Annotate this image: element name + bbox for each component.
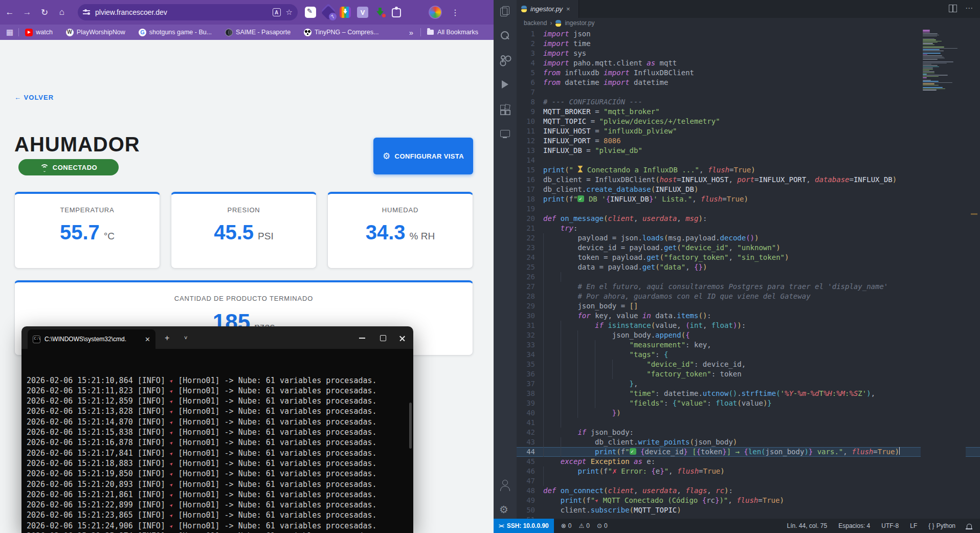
bookmark-item[interactable]: watch (25, 29, 53, 36)
code-line[interactable]: 22payload = json.loads(msg.payload.decod… (517, 233, 980, 243)
code-line[interactable]: 45except Exception as e: (517, 457, 980, 467)
code-line[interactable]: 23device_id = payload.get("device_id", "… (517, 243, 980, 253)
breadcrumbs[interactable]: backend › ingestor.py (517, 18, 980, 28)
code-line[interactable]: 11INFLUX_HOST = "influxdb_plview" (517, 126, 980, 136)
account-icon[interactable] (499, 479, 510, 491)
maximize-button[interactable] (375, 334, 391, 342)
terminal-scrollbar[interactable] (409, 403, 412, 449)
code-line[interactable]: 12INFLUX_PORT = 8086 (517, 136, 980, 146)
code-line[interactable]: 49print(f" MQTT Conectado (Código {rc})"… (517, 496, 980, 505)
ports-indicator[interactable]: ⊙0 (597, 522, 608, 529)
tab-close-icon[interactable]: × (566, 5, 570, 13)
code-line[interactable]: 24token = payload.get("factory_token", "… (517, 253, 980, 262)
extensions-puzzle-icon[interactable] (392, 8, 401, 17)
code-line[interactable]: 17db_client.create_database(INFLUX_DB) (517, 185, 980, 194)
code-editor[interactable]: 1import json2import time3import sys4impo… (517, 28, 980, 519)
reload-button[interactable]: ↻ (37, 5, 52, 20)
code-line[interactable]: 33"measurement": key, (517, 340, 980, 350)
bookmark-item[interactable]: shotguns game - Bu... (139, 29, 212, 36)
split-editor-icon[interactable] (949, 5, 957, 12)
bookmark-item[interactable]: TinyPNG – Compres... (304, 29, 378, 36)
code-line[interactable]: 18print(f" DB '{INFLUX_DB}' Lista.", flu… (517, 194, 980, 204)
site-settings-icon[interactable] (83, 9, 91, 16)
tab-dropdown-icon[interactable]: ˅ (184, 335, 187, 341)
code-line[interactable]: 38"time": datetime.utcnow().strftime('%Y… (517, 389, 980, 398)
bookmark-star-icon[interactable]: ☆ (286, 8, 293, 17)
language-mode[interactable]: { }Python (928, 522, 955, 529)
errors-indicator[interactable]: ⊗0 (561, 522, 572, 529)
terminal-output[interactable]: 2026-02-06 15:21:10,864 [INFO] [Horno01]… (21, 349, 413, 533)
warnings-indicator[interactable]: ⚠0 (579, 522, 590, 529)
code-line[interactable]: 32json_body.append({ (517, 330, 980, 340)
code-line[interactable]: 4import paho.mqtt.client as mqtt (517, 58, 980, 68)
translate-icon[interactable]: A (273, 8, 281, 16)
cursor-position[interactable]: Lín. 44, col. 75 (787, 522, 827, 529)
configure-view-button[interactable]: ⚙ CONFIGURAR VISTA (373, 138, 473, 174)
minimap[interactable] (921, 28, 966, 519)
code-line[interactable]: 25data = payload.get("data", {}) (517, 262, 980, 272)
back-link[interactable]: ← VOLVER (14, 94, 54, 101)
code-line[interactable]: 1import json (517, 29, 980, 39)
close-button[interactable] (395, 334, 410, 342)
editor-more-actions-icon[interactable]: ⋯ (965, 5, 973, 12)
code-line[interactable]: 5from influxdb import InfluxDBClient (517, 68, 980, 78)
green-download-extension-icon[interactable] (374, 7, 386, 18)
code-line[interactable]: 46print(f" Error: {e}", flush=True) (517, 467, 980, 476)
code-line[interactable]: 2import time (517, 39, 980, 49)
code-line[interactable]: 30for key, value in data.items(): (517, 311, 980, 321)
code-line[interactable]: 6from datetime import datetime (517, 78, 980, 87)
code-line[interactable]: 34"tags": { (517, 350, 980, 360)
downloader-extension-icon[interactable] (340, 7, 351, 18)
encoding[interactable]: UTF-8 (881, 522, 899, 529)
all-bookmarks[interactable]: All Bookmarks (437, 29, 478, 36)
settings-gear-icon[interactable]: ⚙ (499, 503, 510, 515)
code-line[interactable]: 50client.subscribe(MQTT_TOPIC) (517, 505, 980, 515)
home-button[interactable]: ⌂ (54, 5, 70, 20)
new-tab-icon[interactable]: + (165, 334, 169, 343)
notifications-bell-icon[interactable] (967, 524, 972, 528)
code-line[interactable]: 21try: (517, 224, 980, 233)
code-line[interactable]: 28# Por ahora, guardamos con el ID que v… (517, 292, 980, 301)
bookmarks-overflow-icon[interactable]: » (409, 28, 413, 37)
code-line[interactable]: 9MQTT_BROKER = "mqtt_broker" (517, 107, 980, 117)
code-line[interactable]: 42if json_body: (517, 428, 980, 437)
minimize-button[interactable] (355, 334, 370, 342)
code-line[interactable]: 43db_client.write_points(json_body) (517, 437, 980, 447)
code-line[interactable]: 44print(f" {device_id} [{token}] → {len(… (517, 447, 980, 457)
code-line[interactable]: 13INFLUX_DB = "plview_db" (517, 146, 980, 156)
code-line[interactable]: 14 (517, 156, 980, 165)
url-text[interactable]: plview.francescoer.dev (95, 8, 268, 16)
profile-avatar[interactable] (429, 6, 442, 19)
terminal-titlebar[interactable]: C:\WINDOWS\system32\cmd. ✕ + ˅ (21, 326, 413, 349)
code-line[interactable]: 8# --- CONFIGURACIÓN --- (517, 97, 980, 107)
search-icon[interactable] (499, 30, 510, 41)
code-line[interactable]: 40}) (517, 408, 980, 418)
stack-extension-icon[interactable]: 7 (322, 7, 333, 18)
explorer-icon[interactable] (499, 6, 510, 17)
code-line[interactable]: 37}, (517, 379, 980, 389)
code-line[interactable]: 29json_body = [] (517, 301, 980, 311)
code-line[interactable]: 26 (517, 272, 980, 282)
code-line[interactable]: 27# En el futuro, aquí consultaremos Pos… (517, 282, 980, 292)
code-line[interactable]: 31if isinstance(value, (int, float)): (517, 321, 980, 330)
bookmark-item[interactable]: SAIME - Pasaporte (225, 29, 291, 36)
code-line[interactable]: 16db_client = InfluxDBClient(host=INFLUX… (517, 175, 980, 185)
tab-ingestor[interactable]: ingestor.py × (517, 0, 579, 18)
code-line[interactable]: 7 (517, 87, 980, 97)
run-debug-icon[interactable] (499, 79, 510, 90)
code-line[interactable]: 10MQTT_TOPIC = "plview/devices/+/telemet… (517, 117, 980, 126)
forward-button[interactable]: → (19, 5, 35, 20)
code-line[interactable]: 3import sys (517, 49, 980, 58)
v-extension-icon[interactable]: V (357, 7, 368, 18)
address-bar[interactable]: plview.francescoer.dev A ☆ (78, 4, 298, 20)
code-line[interactable]: 47 (517, 476, 980, 486)
extensions-icon[interactable] (499, 104, 510, 115)
remote-explorer-icon[interactable] (499, 128, 510, 140)
indentation[interactable]: Espacios: 4 (838, 522, 870, 529)
pen-extension-icon[interactable] (305, 7, 316, 18)
code-line[interactable]: 41 (517, 418, 980, 428)
remote-indicator[interactable]: >< SSH: 10.0.0.90 (494, 519, 554, 533)
code-line[interactable]: 36"factory_token": token (517, 369, 980, 379)
eol[interactable]: LF (910, 522, 917, 529)
terminal-tab[interactable]: C:\WINDOWS\system32\cmd. ✕ (28, 329, 155, 349)
